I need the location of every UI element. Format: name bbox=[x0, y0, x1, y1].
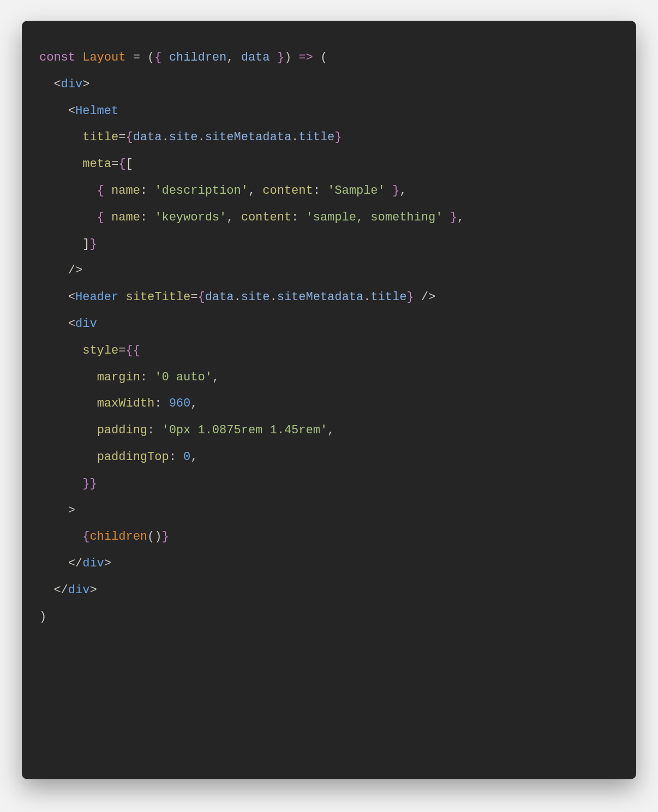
code-line-19: {children()} bbox=[39, 530, 169, 544]
code-line-5: meta={[ bbox=[39, 157, 133, 171]
code-line-3: <Helmet bbox=[39, 104, 118, 118]
code-line-2: <div> bbox=[39, 77, 89, 91]
code-line-18: > bbox=[39, 504, 75, 517]
code-line-8: ]} bbox=[39, 237, 97, 251]
code-line-7: { name: 'keywords', content: 'sample, so… bbox=[39, 211, 464, 224]
code-line-4: title={data.site.siteMetadata.title} bbox=[39, 130, 342, 144]
code-line-14: maxWidth: 960, bbox=[39, 397, 198, 410]
code-line-17: }} bbox=[39, 477, 97, 491]
code-block: const Layout = ({ children, data }) => (… bbox=[22, 21, 636, 779]
code-line-20: </div> bbox=[39, 557, 111, 570]
code-line-10: <Header siteTitle={data.site.siteMetadat… bbox=[39, 290, 435, 304]
code-line-12: style={{ bbox=[39, 344, 140, 357]
code-line-16: paddingTop: 0, bbox=[39, 450, 198, 464]
code-line-1: const Layout = ({ children, data }) => ( bbox=[39, 51, 327, 64]
code-line-15: padding: '0px 1.0875rem 1.45rem', bbox=[39, 423, 334, 437]
code-line-6: { name: 'description', content: 'Sample'… bbox=[39, 184, 406, 198]
code-line-13: margin: '0 auto', bbox=[39, 371, 219, 384]
code-line-22: ) bbox=[39, 610, 46, 624]
code-content: const Layout = ({ children, data }) => (… bbox=[39, 45, 619, 631]
code-line-11: <div bbox=[39, 317, 97, 331]
code-line-21: </div> bbox=[39, 583, 97, 597]
code-line-9: /> bbox=[39, 264, 82, 277]
